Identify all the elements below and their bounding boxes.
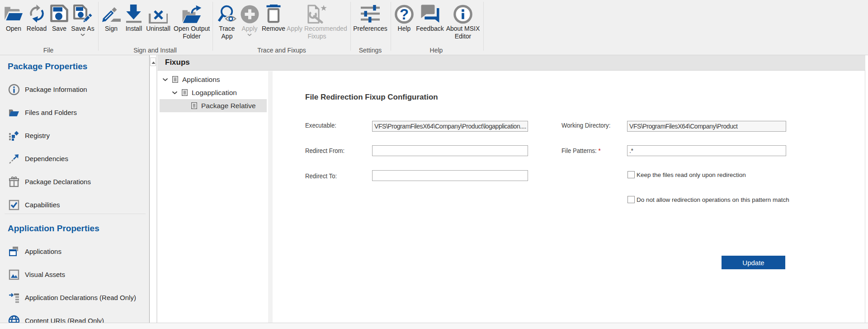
svg-text:?: ? xyxy=(400,6,409,23)
